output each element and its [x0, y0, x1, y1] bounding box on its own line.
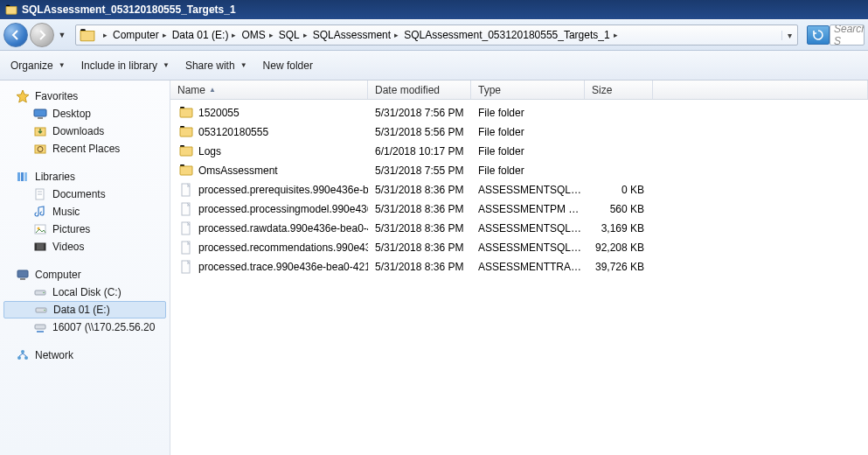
include-in-library-button[interactable]: Include in library▼ — [81, 60, 170, 72]
sort-asc-icon: ▲ — [209, 86, 216, 94]
svg-rect-17 — [44, 243, 45, 250]
svg-rect-8 — [21, 172, 24, 181]
file-name: processed.recommendations.990e436e-bea..… — [198, 242, 368, 254]
file-type: ASSESSMENTSQLRE... — [471, 242, 585, 254]
forward-button[interactable] — [30, 23, 54, 47]
sidebar-item-downloads[interactable]: Downloads — [0, 122, 170, 140]
list-item[interactable]: 15200555/31/2018 7:56 PMFile folder — [170, 103, 868, 122]
file-icon — [179, 202, 193, 216]
sidebar-item-documents[interactable]: Documents — [0, 186, 170, 203]
favorites-group: Favorites Desktop Downloads Recent Place… — [0, 88, 170, 158]
network-drive-icon — [33, 320, 47, 334]
sidebar-item-desktop[interactable]: Desktop — [0, 105, 170, 122]
computer-header[interactable]: Computer — [0, 266, 170, 284]
list-item[interactable]: processed.trace.990e436e-bea0-421b-845c.… — [170, 257, 868, 276]
documents-icon — [33, 187, 47, 201]
network-icon — [16, 348, 30, 362]
breadcrumb-targets[interactable]: SQLAssessment_053120180555_Targets_1▸ — [403, 29, 622, 41]
share-with-button[interactable]: Share with▼ — [185, 60, 247, 72]
svg-rect-16 — [35, 243, 37, 250]
file-size: 92,208 KB — [585, 242, 653, 254]
column-type[interactable]: Type — [471, 80, 585, 99]
file-date: 5/31/2018 7:55 PM — [368, 164, 471, 177]
column-headers: Name▲ Date modified Type Size — [170, 80, 868, 100]
list-item[interactable]: 0531201805555/31/2018 5:56 PMFile folder — [170, 122, 868, 142]
column-name[interactable]: Name▲ — [170, 80, 368, 99]
folder-icon — [179, 144, 193, 158]
breadcrumb-sqlassessment[interactable]: SQLAssessment▸ — [312, 29, 403, 41]
column-date[interactable]: Date modified — [368, 80, 471, 99]
file-type: ASSESSMENTSQLR... — [471, 222, 585, 234]
drive-icon — [33, 285, 47, 299]
file-icon — [179, 260, 193, 274]
svg-point-26 — [24, 356, 28, 360]
network-group: Network — [0, 346, 170, 364]
list-item[interactable]: OmsAssessment5/31/2018 7:55 PMFile folde… — [170, 161, 868, 180]
address-bar[interactable]: ▸ Computer▸ Data 01 (E:)▸ OMS▸ SQL▸ SQLA… — [75, 24, 798, 46]
network-header[interactable]: Network — [0, 346, 170, 364]
svg-rect-19 — [20, 278, 25, 280]
column-size[interactable]: Size — [585, 80, 653, 99]
folder-icon — [5, 4, 17, 15]
toolbar: Organize▼ Include in library▼ Share with… — [0, 51, 868, 80]
sidebar-item-recent-places[interactable]: Recent Places — [0, 140, 170, 158]
address-right: ▾ — [781, 31, 797, 40]
computer-icon — [16, 268, 30, 282]
music-icon — [33, 205, 47, 219]
file-date: 5/31/2018 8:36 PM — [368, 203, 471, 215]
nav-history-dropdown[interactable]: ▼ — [56, 31, 68, 39]
file-size: 39,726 KB — [585, 261, 653, 273]
downloads-icon — [33, 124, 47, 138]
file-name: OmsAssessment — [198, 164, 278, 177]
breadcrumb-computer[interactable]: Computer▸ — [112, 29, 171, 41]
sidebar-item-network-drive[interactable]: 16007 (\\170.25.56.20 — [0, 318, 170, 336]
sidebar-item-music[interactable]: Music — [0, 203, 170, 220]
breadcrumb-root[interactable]: ▸ — [99, 31, 112, 39]
search-input[interactable]: Search S — [830, 24, 865, 46]
file-date: 5/31/2018 7:56 PM — [368, 107, 471, 119]
svg-rect-3 — [38, 117, 43, 119]
file-type: ASSESSMENTTRAC... — [471, 261, 585, 273]
back-button[interactable] — [3, 23, 28, 47]
list-item[interactable]: processed.recommendations.990e436e-bea..… — [170, 238, 868, 257]
search-placeholder: Search S — [834, 24, 865, 46]
favorites-header[interactable]: Favorites — [0, 88, 170, 105]
folder-icon — [179, 125, 193, 139]
file-type: File folder — [471, 164, 585, 177]
list-item[interactable]: processed.processingmodel.990e436e-bea0-… — [170, 200, 868, 219]
breadcrumb-drive[interactable]: Data 01 (E:)▸ — [171, 29, 241, 41]
organize-button[interactable]: Organize▼ — [10, 60, 66, 72]
file-date: 5/31/2018 8:36 PM — [368, 261, 471, 273]
videos-icon — [33, 240, 47, 254]
pictures-icon — [33, 222, 47, 236]
libraries-icon — [16, 170, 30, 184]
file-type: File folder — [471, 126, 585, 138]
address-dropdown[interactable]: ▾ — [781, 31, 797, 40]
breadcrumb-oms[interactable]: OMS▸ — [240, 29, 277, 41]
breadcrumb-sql[interactable]: SQL▸ — [278, 29, 312, 41]
sidebar-item-pictures[interactable]: Pictures — [0, 220, 170, 238]
window-title: SQLAssessment_053120180555_Targets_1 — [22, 4, 236, 16]
list-item[interactable]: Logs6/1/2018 10:17 PMFile folder — [170, 142, 868, 161]
refresh-button[interactable] — [807, 25, 830, 45]
folder-icon — [179, 164, 193, 178]
svg-point-21 — [43, 292, 45, 294]
file-type: File folder — [471, 145, 585, 158]
svg-point-23 — [44, 310, 45, 312]
column-empty — [653, 80, 868, 99]
sidebar-item-local-disk-c[interactable]: Local Disk (C:) — [0, 284, 170, 301]
file-size: 0 KB — [585, 184, 653, 196]
sidebar-item-videos[interactable]: Videos — [0, 238, 170, 256]
desktop-icon — [33, 107, 47, 121]
svg-rect-18 — [17, 270, 28, 277]
sidebar-item-data01-e[interactable]: Data 01 (E:) — [3, 301, 166, 318]
list-item[interactable]: processed.rawdata.990e436e-bea0-421b-8..… — [170, 219, 868, 238]
new-folder-button[interactable]: New folder — [263, 60, 313, 72]
svg-rect-7 — [17, 172, 20, 181]
file-name: 053120180555 — [198, 126, 268, 138]
svg-rect-2 — [34, 109, 46, 116]
list-item[interactable]: processed.prerequisites.990e436e-bea0-42… — [170, 180, 868, 200]
svg-point-25 — [17, 356, 21, 360]
file-date: 5/31/2018 8:36 PM — [368, 222, 471, 234]
libraries-header[interactable]: Libraries — [0, 168, 170, 186]
